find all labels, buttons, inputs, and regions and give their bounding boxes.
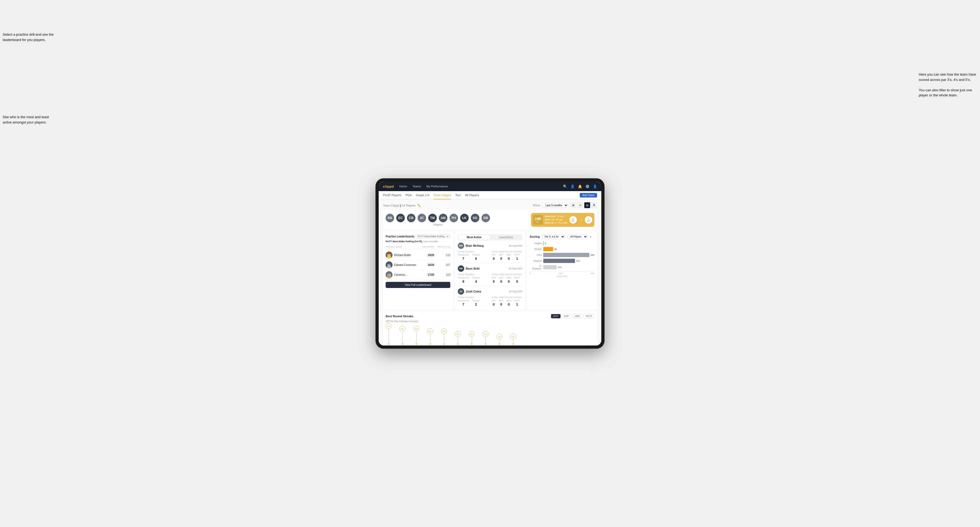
show-select[interactable]: Last 3 months Last 6 months Last year: [542, 203, 568, 208]
player-avatar-2[interactable]: EC: [396, 214, 405, 222]
tab-tour[interactable]: Tour: [455, 191, 461, 199]
streak-badge-3: 6x: [413, 326, 419, 332]
sub-nav-tabs: PGAT Players PGA Hcaps 1-5 Team Clippd T…: [383, 191, 479, 199]
navbar-left: clippd Home Teams My Performance: [383, 184, 448, 189]
bar-value-pars: 499: [590, 254, 594, 256]
streak-point-7: 4x: [469, 331, 474, 344]
sort-icon[interactable]: ⇅: [591, 202, 597, 208]
add-team-button[interactable]: Add Team: [580, 193, 597, 197]
player-avatar-3[interactable]: CB: [407, 214, 415, 222]
tab-most-active[interactable]: Most Active: [458, 235, 490, 240]
streaks-tab-app[interactable]: APP: [562, 314, 571, 318]
nav-link-home[interactable]: Home: [399, 185, 407, 188]
scoring-filter-par[interactable]: Par 3, 4 & 5s Par 3s Par 4s Par 5s: [542, 234, 565, 239]
player-avatar-4[interactable]: JC: [418, 214, 426, 222]
tab-all-players[interactable]: All Players: [465, 191, 479, 199]
view-full-leaderboard-button[interactable]: View Full Leaderboard: [386, 282, 450, 288]
pa-date-rees: 02 Sep 2023: [509, 267, 522, 270]
people-icon[interactable]: 👤: [570, 184, 575, 189]
pa-name-rees: Rees Britt: [466, 267, 480, 270]
tab-least-active[interactable]: Least Active: [490, 235, 522, 240]
bar-value-dbogeys: 131: [558, 266, 562, 268]
streaks-tab-putt[interactable]: PUTT: [584, 314, 595, 318]
tab-pga[interactable]: PGA: [406, 191, 412, 199]
leaderboard-row-3[interactable]: CB 3 Cameron... 17/20 103: [386, 270, 450, 280]
bar-container-eagles: 3: [543, 241, 594, 245]
streak-dot-4: [430, 343, 431, 344]
settings-icon[interactable]: ⚙️: [585, 184, 590, 189]
leaderboard-row-1[interactable]: RB 1 Richard Butler 19/20 110: [386, 250, 450, 260]
streaks-tab-arg[interactable]: ARG: [572, 314, 582, 318]
player-score-3: 17/20: [418, 273, 434, 276]
annotation-right: Here you can see how the team have score…: [919, 72, 977, 98]
bar-row-pars: Pars 499: [530, 253, 594, 257]
streak-badge-6: 4x: [455, 331, 461, 337]
streak-point-10: 3x: [510, 334, 516, 344]
pa-avatar-rees: RB: [458, 265, 464, 272]
bell-icon[interactable]: 🔔: [578, 184, 582, 189]
player-avatar-7[interactable]: PH: [450, 214, 458, 222]
player-avatar-5[interactable]: TM: [428, 214, 437, 222]
activity-item-blair: BM Blair McHarg 26 Aug 2023 Total Rounds…: [458, 243, 522, 263]
tab-pgat[interactable]: PGAT Players: [383, 191, 401, 199]
scoring-dropdown-icon: ▾: [590, 235, 591, 238]
activity-item-josh: JC Josh Coles 26 Aug 2023 Total Rounds T…: [458, 288, 522, 306]
shot-arrow-icon: →: [579, 218, 583, 222]
axis-label-400: 400: [591, 272, 594, 275]
streak-point-9: 3x: [496, 334, 502, 344]
grid-view-icon[interactable]: ⊞: [570, 202, 576, 208]
logo: clippd: [383, 184, 394, 189]
streaks-chart: 7x 6x 6x: [386, 325, 594, 346]
activity-card: Most Active Least Active BM Blair McHarg…: [455, 232, 525, 309]
rank-badge-2: 2: [387, 265, 391, 269]
streak-badge-9: 3x: [496, 334, 502, 340]
pa-date-josh: 26 Aug 2023: [509, 290, 522, 293]
pa-avatar-blair: BM: [458, 243, 464, 249]
player-avatar-9[interactable]: SG: [471, 214, 479, 222]
leaderboard-row-2[interactable]: EC 2 Edward Crossman 18/20 107: [386, 260, 450, 270]
list-view-icon[interactable]: ≡: [578, 202, 583, 208]
tab-hcaps[interactable]: Hcaps 1-5: [416, 191, 429, 199]
player-avatar-1[interactable]: RB: [386, 214, 394, 222]
annotation-top-left: Select a practice drill and see the lead…: [3, 32, 56, 42]
leaderboard-table-header: PLAYER NAME PB SCORE PB AVG SQ: [386, 245, 450, 249]
profile-icon[interactable]: 👤: [593, 184, 597, 189]
practice-subtitle: PUTT Must Make Putting (3-6 ft), Last 3 …: [386, 240, 450, 243]
team-title: Team Clippd | 14 Players ✏️: [383, 204, 421, 207]
players-row: RB EC CB JC TM AM PH LK SG DB: [386, 214, 490, 222]
player-score-2: 18/20: [418, 264, 434, 267]
card-view-icon[interactable]: ▤: [584, 202, 590, 208]
scoring-header: Scoring Par 3, 4 & 5s Par 3s Par 4s Par …: [530, 234, 594, 239]
top-navbar: clippd Home Teams My Performance 🔍 👤 🔔 ⚙…: [379, 181, 601, 191]
player-avatar-10[interactable]: DB: [482, 214, 490, 222]
streak-point-6: 4x: [455, 331, 461, 344]
nav-link-teams[interactable]: Teams: [412, 185, 421, 188]
chart-axis: 0 200 400: [530, 271, 594, 275]
streaks-tabs: OTT APP ARG PUTT: [551, 314, 594, 318]
activity-item-rees: RB Rees Britt 02 Sep 2023 Total Rounds T…: [458, 265, 522, 286]
search-icon[interactable]: 🔍: [563, 184, 567, 189]
bar-fill-pars: [543, 253, 589, 257]
player-mini-avatar-3: CB 3: [386, 271, 393, 278]
pa-player-blair: BM Blair McHarg: [458, 243, 484, 249]
view-icons: ⊞ ≡ ▤ ⇅: [570, 202, 597, 208]
bar-container-pars: 499: [543, 253, 594, 257]
player-avatar-6[interactable]: AM: [439, 214, 447, 222]
player-name-3: Cameron...: [394, 273, 407, 276]
bar-fill-birdies: [543, 247, 553, 251]
streak-dot-5: [444, 343, 445, 344]
leaderboard-dropdown[interactable]: PUTT Must Make Putting... ▾: [416, 234, 450, 238]
tab-team-clippd[interactable]: Team Clippd: [434, 191, 451, 199]
streaks-tab-ott[interactable]: OTT: [551, 314, 561, 318]
scoring-filter-players[interactable]: All Players: [567, 234, 588, 239]
shot-circle-1: 16 yds: [570, 216, 577, 224]
bar-container-birdies: 96: [543, 247, 594, 251]
practice-leaderboard-card: Practice Leaderboards PUTT Must Make Put…: [383, 232, 453, 309]
streak-dot-7: [471, 343, 473, 344]
edit-team-icon[interactable]: ✏️: [417, 204, 421, 207]
streak-badge-1: 7x: [386, 323, 391, 329]
player-avatar-8[interactable]: LK: [460, 214, 469, 222]
bar-value-birdies: 96: [554, 248, 557, 251]
nav-link-myperformance[interactable]: My Performance: [426, 185, 448, 188]
main-content: Team Clippd | 14 Players ✏️ Show: Last 3…: [379, 200, 601, 346]
